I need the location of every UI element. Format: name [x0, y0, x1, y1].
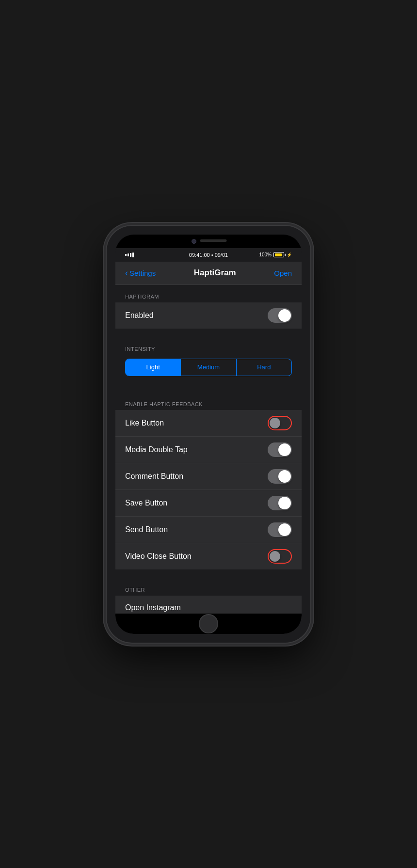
back-chevron-icon: ‹ [125, 268, 128, 277]
lightning-icon: ⚡ [287, 253, 292, 257]
section-label-intensity: INTENSITY [115, 337, 302, 355]
intensity-medium-label: Medium [197, 363, 220, 371]
section-label-haptigram: HAPTIGRAM [115, 285, 302, 302]
nav-bar: ‹ Settings HaptiGram Open [115, 262, 302, 285]
send-button-row: Send Button [115, 517, 302, 543]
enabled-toggle[interactable] [268, 308, 292, 323]
media-double-tap-label: Media Double Tap [125, 445, 188, 454]
screen-content: HAPTIGRAM Enabled INTENSITY Light Medium [115, 285, 302, 614]
section-label-other: OTHER [115, 578, 302, 596]
open-instagram-label: Open Instagram [125, 603, 181, 612]
intensity-light-button[interactable]: Light [126, 359, 181, 376]
haptic-feedback-group: Like Button Media Double Tap Comment But… [115, 410, 302, 569]
battery-icon [273, 252, 284, 257]
video-close-button-row: Video Close Button [115, 543, 302, 569]
status-time: 09:41:00 • 09/01 [189, 252, 228, 258]
media-double-tap-toggle-knob [278, 443, 291, 456]
video-close-button-label: Video Close Button [125, 552, 192, 561]
phone-screen: 09:41:00 • 09/01 100% ⚡ ‹ Settings Hapti… [115, 235, 302, 634]
intensity-light-label: Light [146, 363, 160, 371]
save-button-label: Save Button [125, 499, 167, 507]
send-button-toggle-knob [278, 523, 291, 536]
nav-title: HaptiGram [194, 268, 236, 278]
notch-area [115, 235, 302, 248]
enabled-label: Enabled [125, 311, 154, 320]
enabled-toggle-knob [278, 309, 291, 322]
send-button-label: Send Button [125, 525, 168, 534]
intensity-medium-button[interactable]: Medium [181, 359, 236, 376]
speaker [200, 239, 227, 242]
intensity-hard-button[interactable]: Hard [237, 359, 291, 376]
back-label: Settings [129, 269, 156, 277]
home-button[interactable] [199, 614, 218, 633]
media-double-tap-toggle[interactable] [268, 442, 292, 457]
battery-fill [275, 253, 282, 256]
open-button[interactable]: Open [274, 269, 292, 277]
save-button-toggle-knob [278, 497, 291, 509]
intensity-segmented-control: Light Medium Hard [125, 359, 292, 376]
like-button-toggle-knob [270, 418, 280, 428]
status-bar: 09:41:00 • 09/01 100% ⚡ [115, 248, 302, 262]
battery-percentage: 100% [259, 252, 272, 257]
media-double-tap-row: Media Double Tap [115, 437, 302, 463]
other-group: Open Instagram [115, 596, 302, 614]
comment-button-label: Comment Button [125, 472, 183, 481]
save-button-toggle[interactable] [268, 496, 292, 510]
open-instagram-row[interactable]: Open Instagram [115, 596, 302, 614]
home-area [115, 614, 302, 634]
phone-outer: 09:41:00 • 09/01 100% ⚡ ‹ Settings Hapti… [107, 226, 310, 643]
comment-button-toggle[interactable] [268, 469, 292, 484]
enabled-row: Enabled [115, 302, 302, 329]
camera [192, 239, 196, 244]
save-button-row: Save Button [115, 490, 302, 517]
haptigram-group: Enabled [115, 302, 302, 329]
like-button-row: Like Button [115, 410, 302, 437]
intensity-hard-label: Hard [257, 363, 271, 371]
comment-button-row: Comment Button [115, 463, 302, 490]
section-label-haptic-feedback: ENABLE HAPTIC FEEDBACK [115, 393, 302, 410]
send-button-toggle[interactable] [268, 522, 292, 537]
like-button-toggle[interactable] [268, 416, 292, 430]
comment-button-toggle-knob [278, 470, 291, 483]
battery-status: 100% ⚡ [259, 252, 292, 257]
signal-indicator [125, 253, 134, 257]
video-close-button-toggle-knob [270, 551, 280, 562]
video-close-button-toggle[interactable] [268, 549, 292, 564]
back-button[interactable]: ‹ Settings [125, 269, 156, 277]
like-button-label: Like Button [125, 419, 164, 427]
